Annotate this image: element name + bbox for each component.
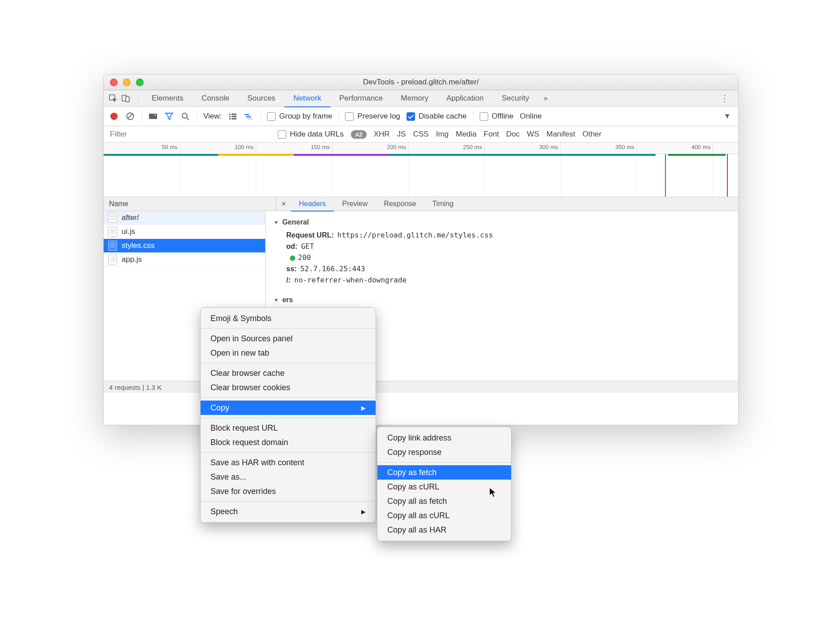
panel-tabs: Elements Console Sources Network Perform… <box>104 90 738 107</box>
large-rows-icon[interactable] <box>228 111 238 121</box>
timeline-ruler[interactable]: 50 ms 100 ms 150 ms 200 ms 250 ms 300 ms… <box>104 143 738 154</box>
submenu-copy-link-address[interactable]: Copy link address <box>377 431 511 445</box>
menu-separator <box>201 397 376 398</box>
detail-tab-timing[interactable]: Timing <box>424 197 461 211</box>
device-toolbar-icon[interactable] <box>121 94 131 103</box>
offline-checkbox[interactable]: Offline <box>480 112 514 121</box>
network-body: after/ ui.js styles.css app.js ▼ <box>104 211 738 381</box>
filter-type-manifest[interactable]: Manifest <box>547 130 575 139</box>
record-button[interactable] <box>109 111 119 121</box>
details-close-button[interactable]: × <box>276 199 291 209</box>
filter-type-other[interactable]: Other <box>582 130 602 139</box>
submenu-copy-all-as-har[interactable]: Copy all as HAR <box>377 523 511 537</box>
filter-type-js[interactable]: JS <box>397 130 406 139</box>
svg-line-4 <box>128 114 133 119</box>
hide-data-urls-checkbox[interactable]: Hide data URLs <box>278 130 344 139</box>
tab-console[interactable]: Console <box>192 90 238 106</box>
search-icon[interactable] <box>180 111 190 121</box>
menu-clear-cache[interactable]: Clear browser cache <box>201 366 376 380</box>
inspect-element-icon[interactable] <box>108 94 118 103</box>
tab-security[interactable]: Security <box>493 90 538 106</box>
section-response-headers[interactable]: ▼ ers <box>274 296 730 304</box>
menu-clear-cookies[interactable]: Clear browser cookies <box>201 380 376 395</box>
menu-copy[interactable]: Copy▶ <box>201 401 376 415</box>
submenu-copy-as-fetch[interactable]: Copy as fetch <box>377 465 511 480</box>
status-bar: 4 requests | 1.3 K <box>104 381 738 393</box>
svg-rect-9 <box>229 114 231 115</box>
timeline-overview[interactable] <box>104 154 738 197</box>
filter-type-all[interactable]: All <box>351 130 367 139</box>
request-name: app.js <box>122 255 142 264</box>
detail-tab-headers[interactable]: Headers <box>291 197 334 212</box>
filter-type-css[interactable]: CSS <box>413 130 429 139</box>
request-name: ui.js <box>122 227 135 236</box>
settings-kebab-icon[interactable]: ⋮ <box>720 93 730 104</box>
tab-sources[interactable]: Sources <box>238 90 284 106</box>
filter-bar: Hide data URLs All XHR JS CSS Img Media … <box>104 126 738 143</box>
overview-toggle-icon[interactable] <box>244 111 254 121</box>
ruler-tick: 200 ms <box>387 144 406 150</box>
menu-open-sources[interactable]: Open in Sources panel <box>201 331 376 346</box>
tab-performance[interactable]: Performance <box>330 90 392 106</box>
filter-type-xhr[interactable]: XHR <box>374 130 390 139</box>
tab-elements[interactable]: Elements <box>143 90 192 106</box>
column-header-name[interactable]: Name <box>104 197 276 211</box>
menu-save-overrides[interactable]: Save for overrides <box>201 484 376 498</box>
filter-type-img[interactable]: Img <box>436 130 448 139</box>
group-by-frame-checkbox[interactable]: Group by frame <box>267 112 332 121</box>
disable-cache-checkbox[interactable]: Disable cache <box>407 112 467 121</box>
hide-data-urls-label: Hide data URLs <box>290 130 344 139</box>
filter-type-doc[interactable]: Doc <box>506 130 520 139</box>
overview-bar <box>389 154 656 156</box>
tab-network[interactable]: Network <box>284 90 330 107</box>
menu-open-new-tab[interactable]: Open in new tab <box>201 346 376 360</box>
overview-bar <box>294 154 389 156</box>
filter-type-font[interactable]: Font <box>484 130 499 139</box>
request-row[interactable]: ui.js <box>104 225 265 239</box>
tabs-overflow-button[interactable]: » <box>541 90 550 106</box>
menu-separator <box>201 418 376 418</box>
load-marker <box>727 154 728 197</box>
overview-bar <box>218 154 294 156</box>
network-toolbar: View: Group by frame Preserve log Disabl… <box>104 107 738 126</box>
clear-button[interactable] <box>125 111 135 121</box>
detail-tab-response[interactable]: Response <box>376 197 424 211</box>
disable-cache-label: Disable cache <box>419 112 467 121</box>
menu-emoji-symbols[interactable]: Emoji & Symbols <box>201 311 376 326</box>
menu-separator <box>377 462 511 463</box>
tab-memory[interactable]: Memory <box>392 90 437 106</box>
filter-input[interactable] <box>104 126 278 142</box>
ruler-tick: 100 ms <box>235 144 254 150</box>
submenu-copy-response[interactable]: Copy response <box>377 445 511 459</box>
request-row[interactable]: after/ <box>104 211 265 225</box>
filter-type-ws[interactable]: WS <box>527 130 539 139</box>
section-general[interactable]: ▼ General <box>274 218 730 226</box>
ruler-tick: 300 ms <box>539 144 558 150</box>
file-icon <box>108 213 117 223</box>
capture-screenshots-icon[interactable] <box>148 111 158 121</box>
menu-speech[interactable]: Speech▶ <box>201 504 376 519</box>
menu-separator <box>201 328 376 329</box>
menu-save-as[interactable]: Save as... <box>201 470 376 484</box>
detail-tab-preview[interactable]: Preview <box>334 197 376 211</box>
svg-rect-10 <box>232 114 236 115</box>
svg-rect-16 <box>246 116 251 118</box>
svg-rect-11 <box>229 116 231 117</box>
request-row[interactable]: styles.css <box>104 239 265 253</box>
throttling-caret-icon[interactable]: ▼ <box>723 112 731 121</box>
menu-block-url[interactable]: Block request URL <box>201 421 376 435</box>
menu-block-domain[interactable]: Block request domain <box>201 435 376 450</box>
preserve-log-checkbox[interactable]: Preserve log <box>345 112 400 121</box>
overview-bar <box>668 154 725 156</box>
menu-save-har[interactable]: Save as HAR with content <box>201 455 376 470</box>
request-row[interactable]: app.js <box>104 253 265 267</box>
ruler-tick: 250 ms <box>463 144 482 150</box>
submenu-copy-all-as-curl[interactable]: Copy all as cURL <box>377 508 511 523</box>
label-remote-addr-partial: ss: <box>286 265 297 273</box>
filter-toggle-icon[interactable] <box>164 111 174 121</box>
filter-type-media[interactable]: Media <box>456 130 477 139</box>
status-summary: 4 requests | 1.3 K <box>109 383 162 391</box>
throttling-select[interactable]: Online <box>520 112 542 121</box>
tab-application[interactable]: Application <box>438 90 493 106</box>
offline-label: Offline <box>492 112 514 121</box>
